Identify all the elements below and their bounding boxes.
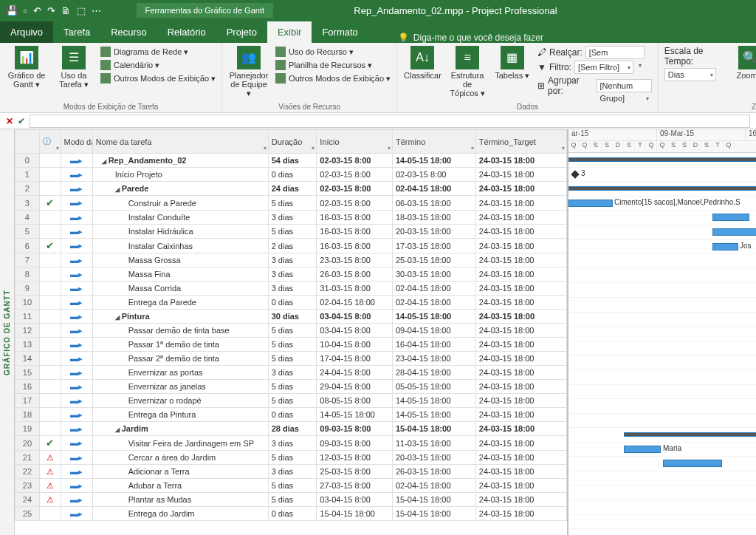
ribbon: 📊Gráfico de Gantt ▾ ☰Uso da Tarefa ▾ Dia…	[0, 43, 756, 113]
calendar-button[interactable]: Calendário ▾	[100, 59, 216, 71]
task-row[interactable]: 7▬▸Massa Grossa3 dias23-03-15 8:0025-03-…	[16, 253, 567, 268]
task-row[interactable]: 11▬▸Pintura30 dias03-04-15 8:0014-05-15 …	[16, 310, 567, 324]
timescale-select[interactable]: Dias	[664, 68, 716, 81]
team-planner-button[interactable]: 👥Planejador de Equipe ▾	[228, 46, 269, 98]
new-icon[interactable]: ▫	[24, 5, 27, 16]
gantt-chart-button[interactable]: 📊Gráfico de Gantt ▾	[6, 46, 47, 89]
title-bar: 💾 ▫ ↶ ↷ 🗎 ⬚ ⋯ Ferramentas do Gráfico de …	[0, 0, 756, 21]
more-icon[interactable]: ⋯	[92, 5, 101, 16]
task-row[interactable]: 24⚠▬▸Plantar as Mudas5 dias03-04-15 8:00…	[16, 493, 567, 507]
entry-field[interactable]	[30, 115, 750, 128]
task-row[interactable]: 3✔▬▸Construir a Parede5 dias02-03-15 8:0…	[16, 196, 567, 211]
filter-select[interactable]: [Sem Filtro]	[574, 61, 633, 74]
resource-sheet-button[interactable]: Planilha de Recursos ▾	[275, 59, 391, 71]
zoom-button[interactable]: 🔍Zoom ▾	[732, 46, 756, 80]
window-title: Rep_Andamento_02.mpp - Project Professio…	[273, 5, 756, 16]
col-rownum[interactable]	[16, 130, 40, 154]
link-icon[interactable]: ⬚	[77, 5, 86, 16]
resource-usage-button[interactable]: Uso do Recurso ▾	[275, 46, 391, 58]
col-start[interactable]: Início▾	[317, 130, 393, 154]
col-indicator[interactable]: ⓘ▾	[39, 130, 61, 154]
task-row[interactable]: 17▬▸Envernizar o rodapé5 dias08-05-15 8:…	[16, 394, 567, 408]
tell-me-search[interactable]: 💡 Diga-me o que você deseja fazer	[398, 33, 543, 43]
file-tab[interactable]: Arquivo	[0, 21, 53, 43]
save-icon[interactable]: 💾	[6, 5, 18, 16]
task-row[interactable]: 16▬▸Envernizar as janelas5 dias29-04-15 …	[16, 380, 567, 394]
task-row[interactable]: 10▬▸Entrega da Parede0 dias02-04-15 18:0…	[16, 296, 567, 310]
view-bar[interactable]: GRÁFICO DE GANTT	[0, 129, 15, 535]
col-duration[interactable]: Duração▾	[268, 130, 317, 154]
col-mode[interactable]: Modo da	[61, 130, 92, 154]
other-resource-views-button[interactable]: Outros Modos de Exibição ▾	[275, 72, 391, 84]
task-usage-button[interactable]: ☰Uso da Tarefa ▾	[53, 46, 94, 89]
col-finish[interactable]: Término▾	[392, 130, 475, 154]
doc-icon[interactable]: 🗎	[61, 5, 71, 16]
task-row[interactable]: 19▬▸Jardim28 dias09-03-15 8:0015-04-15 1…	[16, 422, 567, 436]
tables-button[interactable]: ▦Tabelas ▾	[492, 46, 532, 80]
task-row[interactable]: 12▬▸Passar demão de tinta base5 dias03-0…	[16, 324, 567, 338]
network-diagram-button[interactable]: Diagrama de Rede ▾	[100, 46, 216, 58]
entry-bar: ✕ ✔	[0, 113, 756, 129]
task-row[interactable]: 21⚠▬▸Cercar a área do Jardim5 dias12-03-…	[16, 451, 567, 465]
gantt-chart[interactable]: ar-1509-Mar-1516-Mar-15 QQSSDSTQQSSDSTQ …	[568, 129, 756, 535]
task-row[interactable]: 2▬▸Parede24 dias02-03-15 8:0002-04-15 18…	[16, 182, 567, 196]
task-row[interactable]: 1▬▸Início Projeto0 dias02-03-15 8:0002-0…	[16, 168, 567, 182]
cancel-icon[interactable]: ✕	[6, 116, 13, 126]
tab-relatório[interactable]: Relatório	[157, 21, 216, 43]
tab-formato[interactable]: Formato	[312, 21, 368, 43]
redo-icon[interactable]: ↷	[47, 5, 55, 16]
task-row[interactable]: 25▬▸Entrega do Jardim0 dias15-04-15 18:0…	[16, 507, 567, 521]
task-row[interactable]: 22⚠▬▸Adicionar a Terra3 dias25-03-15 8:0…	[16, 465, 567, 479]
task-row[interactable]: 6✔▬▸Instalar Caixinhas2 dias16-03-15 8:0…	[16, 239, 567, 253]
task-grid[interactable]: ⓘ▾ Modo da Nome da tarefa▾ Duração▾ Iníc…	[15, 129, 568, 535]
highlight-select[interactable]: [Sem Realce]	[585, 46, 645, 59]
task-row[interactable]: 18▬▸Entrega da Pintura0 dias14-05-15 18:…	[16, 408, 567, 422]
outline-button[interactable]: ≡Estrutura de Tópicos ▾	[448, 46, 487, 98]
task-row[interactable]: 8▬▸Massa Fina3 dias26-03-15 8:0030-03-15…	[16, 268, 567, 282]
ribbon-tabs: Arquivo TarefaRecursoRelatórioProjetoExi…	[0, 21, 756, 43]
other-views-button[interactable]: Outros Modos de Exibição ▾	[100, 72, 216, 84]
groupby-select[interactable]: [Nenhum Grupo]	[597, 79, 652, 92]
accept-icon[interactable]: ✔	[18, 116, 25, 126]
tab-recurso[interactable]: Recurso	[100, 21, 157, 43]
sort-button[interactable]: A↓Classificar	[403, 46, 442, 80]
contextual-tab-label: Ferramentas do Gráfico de Gantt	[137, 3, 273, 18]
undo-icon[interactable]: ↶	[33, 5, 41, 16]
task-row[interactable]: 4▬▸Instalar Conduíte3 dias16-03-15 8:001…	[16, 211, 567, 225]
task-row[interactable]: 5▬▸Instalar Hidráulica5 dias16-03-15 8:0…	[16, 225, 567, 239]
task-row[interactable]: 13▬▸Passar 1ª demão de tinta5 dias10-04-…	[16, 338, 567, 352]
task-row[interactable]: 15▬▸Envernizar as portas3 dias24-04-15 8…	[16, 366, 567, 380]
tab-tarefa[interactable]: Tarefa	[53, 21, 100, 43]
col-target[interactable]: Término_Target▾	[475, 130, 566, 154]
task-row[interactable]: 20✔▬▸Visitar Feira de Jardinagem em SP3 …	[16, 436, 567, 451]
tab-projeto[interactable]: Projeto	[216, 21, 267, 43]
bulb-icon: 💡	[398, 33, 409, 43]
col-name[interactable]: Nome da tarefa▾	[92, 130, 268, 154]
task-row[interactable]: 9▬▸Massa Corrida3 dias31-03-15 8:0002-04…	[16, 282, 567, 296]
tab-exibir[interactable]: Exibir	[267, 21, 312, 43]
task-row[interactable]: 0▬▸Rep_Andamento_0254 dias02-03-15 8:001…	[16, 154, 567, 168]
task-row[interactable]: 14▬▸Passar 2ª demão de tinta5 dias17-04-…	[16, 352, 567, 366]
task-row[interactable]: 23⚠▬▸Adubar a Terra5 dias27-03-15 8:0002…	[16, 479, 567, 493]
